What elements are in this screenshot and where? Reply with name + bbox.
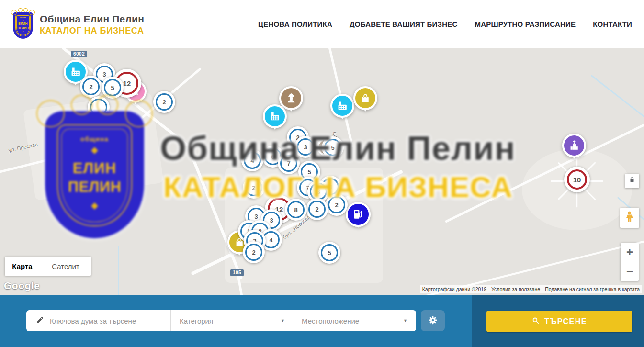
zoom-out-button[interactable]: − [621, 262, 639, 281]
location-select-value: Местоположение [302, 317, 359, 325]
map-waterway [118, 246, 119, 295]
factory-pin-marker[interactable] [330, 94, 354, 118]
pegman-icon [623, 209, 636, 226]
street-view-pegman-button[interactable] [620, 208, 639, 228]
church-pin-marker[interactable] [562, 134, 586, 157]
nav-route-schedule[interactable]: МАРШРУТНО РАЗПИСАНИЕ [475, 20, 576, 28]
main-nav: ЦЕНОВА ПОЛИТИКА ДОБАВЕТЕ ВАШИЯТ БИЗНЕС М… [258, 0, 632, 48]
cluster-marker[interactable]: 2 [306, 198, 328, 220]
map-waterway [591, 75, 644, 117]
crest-ornament: ◆ [12, 31, 34, 33]
category-select-value: Категория [180, 317, 213, 325]
chevron-down-icon: ▼ [403, 318, 407, 323]
nav-contacts[interactable]: КОНТАКТИ [593, 20, 632, 28]
cluster-marker[interactable]: 8 [285, 199, 307, 221]
site-subtitle: КАТАЛОГ НА БИЗНЕСА [40, 26, 144, 36]
attribution-report-link[interactable]: Подаване на сигнал за грешка в картата [545, 286, 640, 292]
search-button[interactable]: ТЪРСЕНЕ [486, 311, 632, 332]
cluster-marker[interactable]: 4 [241, 149, 263, 171]
crest-text-line1: ЕЛИН [12, 22, 34, 25]
search-icon [531, 316, 540, 326]
crest-ornament: ◆ [12, 19, 34, 21]
crest-ornament: ◆ [41, 201, 148, 211]
search-bar: Категория ▼ Местоположение ▼ ТЪРСЕНЕ [0, 295, 644, 347]
fuel-pin-marker[interactable] [346, 202, 371, 227]
gear-icon [428, 315, 438, 327]
keyword-search-input[interactable] [50, 317, 160, 325]
cluster-marker[interactable]: 7 [278, 152, 300, 174]
cluster-marker[interactable]: 10 [564, 167, 590, 192]
keyword-field-wrapper [26, 310, 171, 331]
category-select[interactable]: Категория ▼ [171, 310, 293, 331]
nav-add-your-business[interactable]: ДОБАВЕТЕ ВАШИЯТ БИЗНЕС [350, 20, 457, 28]
map-type-map-button[interactable]: Карта [5, 257, 40, 276]
lock-control-button[interactable] [625, 174, 639, 188]
road-badge: 6002 [71, 51, 87, 57]
zoom-in-button[interactable]: + [621, 243, 639, 262]
cluster-marker[interactable]: 5 [102, 77, 124, 99]
crest-text-line2: ПЕЛИН [12, 26, 34, 30]
site-logo[interactable]: община ◆ ЕЛИН ПЕЛИН ◆ Община Елин Пелин … [12, 10, 144, 39]
search-input-group: Категория ▼ Местоположение ▼ [26, 310, 416, 331]
cluster-marker[interactable]: 5 [318, 242, 340, 264]
cluster-marker[interactable]: 5 [322, 136, 344, 158]
map-canvas[interactable]: ул. Преславбул. „Новоселции" 6002105 312… [0, 48, 644, 295]
search-action-panel: ТЪРСЕНЕ [472, 295, 644, 347]
attribution-copyright: Картографски данни ©2019 [422, 286, 486, 292]
cluster-marker[interactable]: 3 [294, 136, 316, 158]
attribution-terms-link[interactable]: Условия за ползване [491, 286, 540, 292]
road-badge: 105 [230, 269, 244, 276]
municipality-crest-logo: община ◆ ЕЛИН ПЕЛИН ◆ [12, 10, 34, 39]
google-logo[interactable]: Google [4, 280, 40, 291]
chevron-down-icon: ▼ [281, 318, 285, 323]
cluster-marker[interactable]: 2 [326, 194, 348, 216]
pencil-icon [36, 316, 44, 326]
factory-pin-marker[interactable] [263, 104, 287, 128]
cluster-marker[interactable]: 2 [243, 177, 265, 199]
page: община ◆ ЕЛИН ПЕЛИН ◆ Община Елин Пелин … [0, 0, 644, 347]
site-title: Община Елин Пелин [40, 13, 144, 25]
cluster-marker[interactable]: 2 [80, 76, 102, 98]
header: община ◆ ЕЛИН ПЕЛИН ◆ Община Елин Пелин … [0, 0, 644, 48]
bag-pin-marker[interactable] [353, 86, 377, 110]
map-type-satellite-button[interactable]: Сателит [40, 257, 91, 276]
cluster-marker[interactable] [88, 96, 110, 118]
lock-icon [629, 177, 635, 185]
map-attribution: Картографски данни ©2019 Условия за полз… [420, 285, 642, 293]
map-type-control: Карта Сателит [5, 257, 91, 276]
search-button-label: ТЪРСЕНЕ [544, 317, 587, 326]
zoom-control: + − [621, 243, 639, 281]
nav-pricing-policy[interactable]: ЦЕНОВА ПОЛИТИКА [258, 20, 332, 28]
cluster-marker[interactable]: 2 [153, 91, 175, 113]
cluster-marker[interactable]: 2 [243, 241, 265, 263]
advanced-options-button[interactable] [421, 310, 445, 331]
location-select[interactable]: Местоположение ▼ [293, 310, 415, 331]
